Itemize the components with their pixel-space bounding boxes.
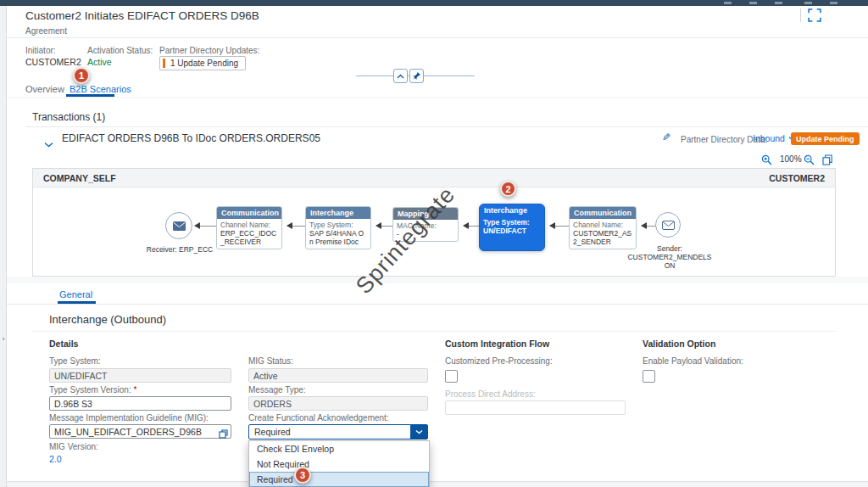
node-field-value: UN/EDIFACT	[483, 227, 541, 235]
value-help-icon[interactable]	[219, 427, 228, 442]
annotation-marker-1: 1	[73, 67, 90, 84]
splitter-expand-icon[interactable]: ›	[0, 335, 7, 343]
bottom-strip	[7, 482, 868, 487]
node-field-value: CUSTOMER2_AS2_SENDER	[573, 229, 632, 246]
left-splitter-rail[interactable]	[0, 6, 7, 487]
partner-directory-updates-label: Partner Directory Updates:	[159, 46, 259, 55]
edit-partner-directory-icon[interactable]: ✎	[662, 132, 670, 143]
tab-general[interactable]: General	[59, 289, 92, 299]
cif-group-header: Custom Integration Flow	[445, 339, 549, 349]
transaction-row-title[interactable]: EDIFACT ORDERS D96B To IDoc ORDERS.ORDER…	[62, 132, 320, 144]
process-direct-field	[445, 400, 626, 415]
app-window: › Customer2 Initiates EDIFACT ORDERS D96…	[0, 0, 868, 487]
flow-node-interchange-inbound[interactable]: Interchange Type System: SAP S/4HANA On …	[305, 206, 371, 249]
arrowhead-left-icon	[641, 222, 647, 229]
zoom-in-icon[interactable]	[761, 154, 772, 169]
section-title: Interchange (Outbound)	[49, 313, 166, 326]
pre-processing-checkbox[interactable]	[445, 370, 458, 383]
panel-gap	[7, 277, 868, 283]
fullscreen-icon[interactable]	[808, 8, 821, 25]
node-title: Interchange	[306, 207, 370, 219]
arrowhead-left-icon	[287, 222, 292, 229]
pin-icon	[412, 71, 421, 81]
partner-directory-direction-select[interactable]: Inbound	[753, 133, 796, 143]
receiver-label: Receiver: ERP_ECC	[136, 245, 224, 254]
ack-option-check-edi-envelop[interactable]: Check EDI Envelop	[249, 441, 429, 456]
copy-diagram-icon[interactable]	[822, 154, 833, 169]
details-group-header: Details	[49, 339, 78, 349]
node-title: Mapping	[393, 208, 458, 220]
sender-endpoint[interactable]	[655, 212, 681, 238]
section-divider	[32, 331, 836, 332]
arrowhead-left-icon	[194, 222, 200, 229]
mig-status-field	[248, 368, 428, 383]
sender-label: Sender: CUSTOMER2_MENDELSON	[626, 244, 714, 270]
mig-version-value[interactable]: 2.0	[49, 454, 62, 464]
node-field-label: Channel Name:	[220, 221, 278, 229]
type-system-version-field[interactable]	[49, 396, 231, 411]
node-field-value: ERP_ECC_IDOC_RECEIVER	[220, 229, 278, 246]
payload-validation-checkbox[interactable]	[643, 370, 655, 383]
update-pending-button[interactable]: 1 Update Pending	[159, 56, 246, 70]
mig-version-label: MIG Version:	[49, 442, 98, 451]
node-title: Interchange	[480, 204, 544, 216]
transactions-section-title: Transactions (1)	[32, 111, 105, 123]
pin-header-button[interactable]	[409, 69, 424, 83]
zoom-level-value: 100%	[780, 154, 802, 164]
process-direct-label: Process Direct Address:	[445, 389, 536, 399]
flow-node-interchange-outbound-selected[interactable]: Interchange Type System: UN/EDIFACT	[479, 204, 545, 251]
transaction-expander-icon[interactable]	[44, 136, 53, 151]
type-system-version-label: Type System Version: *	[49, 385, 136, 395]
pre-processing-label: Customized Pre-Processing:	[445, 356, 553, 366]
flow-node-mapping[interactable]: Mapping MAG Name: -	[392, 207, 459, 242]
shell-top-bar	[0, 0, 868, 6]
activation-status-label: Activation Status:	[87, 46, 153, 55]
zoom-out-icon[interactable]	[804, 154, 815, 169]
tab-overview[interactable]: Overview	[25, 84, 64, 94]
object-type-label: Agreement	[25, 26, 67, 36]
ack-option-not-required[interactable]: Not Required	[249, 456, 429, 472]
arrowhead-left-icon	[549, 222, 555, 229]
collapse-header-button[interactable]	[393, 69, 408, 83]
node-field-value: -	[397, 230, 454, 238]
mig-label: Message Implementation Guideline (MIG):	[49, 413, 209, 423]
ack-select[interactable]: Required	[248, 424, 428, 439]
node-field-label: Channel Name:	[573, 221, 632, 229]
update-pending-button-label: 1 Update Pending	[170, 59, 238, 68]
mig-field[interactable]	[49, 424, 231, 439]
tabbar-divider	[7, 97, 868, 98]
header-divider-vertical	[800, 8, 801, 22]
envelope-icon	[662, 221, 675, 230]
ack-dropdown-list: Check EDI Envelop Not Required Required	[248, 440, 430, 487]
node-field-value: SAP S/4HANA On Premise IDoc	[309, 229, 367, 246]
flow-node-communication-receiver[interactable]: Communication Channel Name: ERP_ECC_IDOC…	[216, 206, 282, 249]
node-field-label: Type System:	[483, 218, 541, 227]
chevron-up-icon	[397, 74, 404, 79]
transactions-divider	[25, 126, 868, 127]
initiator-label: Initiator:	[25, 46, 56, 55]
annotation-marker-3: 3	[294, 467, 311, 484]
node-field-label: Type System:	[309, 221, 367, 229]
receiver-endpoint[interactable]	[165, 212, 192, 239]
ack-select-arrow-button[interactable]	[410, 425, 427, 439]
initiator-value: CUSTOMER2	[25, 57, 81, 67]
activation-status-value: Active	[87, 57, 112, 67]
tab-b2b-scenarios[interactable]: B2B Scenarios	[70, 84, 131, 94]
ack-label: Create Functional Acknowledgement:	[248, 413, 389, 423]
message-type-label: Message Type:	[248, 385, 306, 395]
required-asterisk: *	[134, 385, 137, 395]
envelope-icon	[173, 221, 186, 231]
page-title: Customer2 Initiates EDIFACT ORDERS D96B	[25, 9, 259, 22]
left-party-label: COMPANY_SELF	[43, 173, 116, 183]
type-system-label: Type System:	[49, 356, 101, 366]
validation-group-header: Validation Option	[643, 339, 715, 349]
sender-name: CUSTOMER2_MENDELSON	[627, 253, 711, 270]
detail-tabbar-divider	[7, 304, 868, 305]
ack-option-required[interactable]: Required	[249, 472, 429, 487]
right-party-label: CUSTOMER2	[769, 173, 825, 183]
chevron-down-icon	[44, 142, 53, 148]
payload-validation-label: Enable Payload Validation:	[643, 356, 743, 366]
sender-prefix: Sender:	[657, 244, 682, 253]
flow-node-communication-sender[interactable]: Communication Channel Name: CUSTOMER2_AS…	[569, 206, 637, 249]
header-divider	[7, 37, 868, 38]
